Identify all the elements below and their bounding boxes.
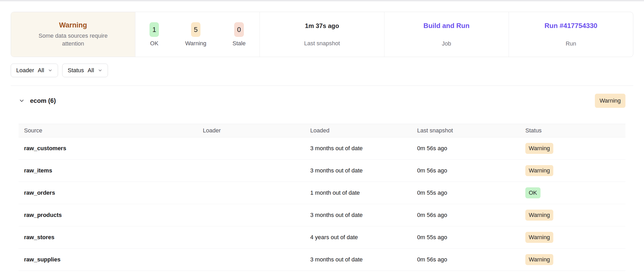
- job-link[interactable]: Build and Run: [423, 22, 469, 30]
- source-name: raw_stores: [19, 234, 197, 241]
- table-row: raw_items 3 months out of date 0m 56s ag…: [19, 160, 625, 182]
- source-name: raw_customers: [19, 145, 197, 152]
- table-row: raw_stores 4 years out of date 0m 55s ag…: [19, 226, 625, 249]
- table-header-row: Source Loader Loaded Last snapshot Statu…: [19, 124, 625, 137]
- last-snapshot-value: 1m 37s ago: [305, 22, 339, 30]
- top-border-line: [0, 0, 644, 1]
- last-snapshot-cell: 0m 56s ago: [412, 145, 520, 152]
- status-cell: Warning: [520, 254, 625, 265]
- stat-stale: 0 Stale: [233, 22, 246, 47]
- loaded-cell: 3 months out of date: [305, 167, 412, 174]
- loaded-cell: 1 month out of date: [305, 189, 412, 196]
- stale-count-label: Stale: [233, 40, 246, 47]
- job-card: Build and Run Job: [384, 12, 509, 57]
- chevron-down-icon: [48, 68, 53, 73]
- source-name: raw_orders: [19, 189, 197, 196]
- source-name: raw_items: [19, 167, 197, 174]
- table-row: raw_orders 1 month out of date 0m 55s ag…: [19, 182, 625, 204]
- warning-count-label: Warning: [185, 40, 206, 47]
- sources-table: Source Loader Loaded Last snapshot Statu…: [19, 124, 625, 271]
- status-cell: Warning: [520, 210, 625, 221]
- status-cell: OK: [520, 187, 625, 198]
- table-row: raw_customers 3 months out of date 0m 56…: [19, 137, 625, 160]
- loader-filter-dropdown[interactable]: Loader All: [11, 64, 58, 77]
- status-badge: Warning: [525, 143, 553, 154]
- chevron-down-icon: [98, 68, 102, 73]
- status-cell: Warning: [520, 165, 625, 176]
- column-header-loader: Loader: [197, 127, 305, 134]
- column-header-last-snapshot: Last snapshot: [412, 127, 520, 134]
- group-header-ecom: ecom (6) Warning: [19, 94, 625, 108]
- source-name: raw_products: [19, 212, 197, 219]
- warning-count-pill: 5: [191, 22, 200, 37]
- table-row: raw_supplies 3 months out of date 0m 56s…: [19, 249, 625, 271]
- filter-bar: Loader All Status All: [11, 64, 633, 77]
- status-filter-label: Status: [68, 67, 84, 74]
- section-divider: [11, 86, 633, 86]
- overall-status-title: Warning: [59, 21, 87, 29]
- run-card: Run #417754330 Run: [509, 12, 633, 57]
- status-filter-value: All: [88, 67, 94, 74]
- column-header-source: Source: [19, 127, 197, 134]
- last-snapshot-cell: 0m 56s ago: [412, 167, 520, 174]
- last-snapshot-cell: 0m 55s ago: [412, 189, 520, 196]
- summary-card: Warning Some data sources require attent…: [11, 12, 633, 57]
- status-badge: OK: [525, 187, 540, 198]
- last-snapshot-cell: 0m 56s ago: [412, 256, 520, 263]
- overall-status-subtitle: Some data sources require attention: [28, 32, 118, 48]
- status-counts-card: 1 OK 5 Warning 0 Stale: [135, 12, 260, 57]
- overall-status-card: Warning Some data sources require attent…: [11, 12, 135, 57]
- loaded-cell: 3 months out of date: [305, 212, 412, 219]
- last-snapshot-cell: 0m 55s ago: [412, 234, 520, 241]
- last-snapshot-label: Last snapshot: [304, 40, 340, 47]
- run-label: Run: [566, 40, 576, 47]
- ok-count-pill: 1: [150, 22, 159, 37]
- column-header-status: Status: [520, 127, 625, 134]
- job-label: Job: [442, 40, 451, 47]
- status-badge: Warning: [525, 165, 553, 176]
- ok-count-label: OK: [150, 40, 158, 47]
- group-collapse-chevron-icon[interactable]: [19, 98, 25, 104]
- status-cell: Warning: [520, 232, 625, 243]
- loader-filter-value: All: [38, 67, 44, 74]
- status-badge: Warning: [525, 210, 553, 221]
- loaded-cell: 4 years out of date: [305, 234, 412, 241]
- group-status-badge: Warning: [595, 94, 625, 108]
- stat-ok: 1 OK: [150, 22, 159, 47]
- loaded-cell: 3 months out of date: [305, 145, 412, 152]
- source-name: raw_supplies: [19, 256, 197, 263]
- table-row: raw_products 3 months out of date 0m 56s…: [19, 204, 625, 226]
- stale-count-pill: 0: [234, 22, 244, 37]
- last-snapshot-cell: 0m 56s ago: [412, 212, 520, 219]
- column-header-loaded: Loaded: [305, 127, 412, 134]
- stat-warning: 5 Warning: [185, 22, 206, 47]
- last-snapshot-card: 1m 37s ago Last snapshot: [260, 12, 384, 57]
- status-badge: Warning: [525, 232, 553, 243]
- status-filter-dropdown[interactable]: Status All: [62, 64, 108, 77]
- status-cell: Warning: [520, 143, 625, 154]
- loaded-cell: 3 months out of date: [305, 256, 412, 263]
- run-link[interactable]: Run #417754330: [544, 22, 597, 30]
- status-badge: Warning: [525, 254, 553, 265]
- loader-filter-label: Loader: [16, 67, 34, 74]
- group-title: ecom (6): [30, 97, 56, 104]
